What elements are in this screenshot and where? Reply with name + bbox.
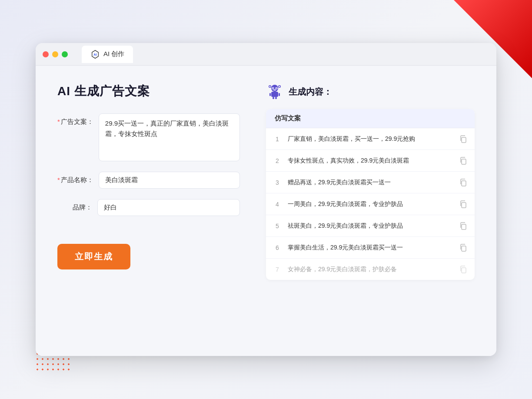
row-number: 1: [273, 136, 282, 143]
required-star-product: *: [57, 176, 60, 183]
row-text: 专抹女性斑点，真实功效，29.9元美白淡斑霜: [288, 156, 453, 165]
product-name-group: *产品名称：: [57, 172, 240, 189]
ad-copy-label: *广告文案：: [57, 113, 93, 126]
minimize-button[interactable]: [52, 51, 58, 57]
svg-rect-13: [269, 93, 271, 96]
copy-icon[interactable]: [459, 135, 468, 143]
svg-rect-19: [462, 181, 466, 186]
svg-rect-18: [462, 159, 466, 164]
result-header: 生成内容：: [266, 83, 475, 100]
traffic-lights: [43, 51, 68, 57]
svg-rect-22: [462, 246, 466, 251]
row-text: 女神必备，29.9元美白淡斑霜，护肤必备: [288, 265, 453, 274]
table-row: 7 女神必备，29.9元美白淡斑霜，护肤必备: [266, 259, 475, 280]
row-text: 赠品再送，29.9元美白淡斑霜买一送一: [288, 178, 453, 187]
svg-text:AI: AI: [93, 53, 96, 57]
close-button[interactable]: [43, 51, 49, 57]
svg-point-15: [269, 86, 271, 87]
table-row: 2 专抹女性斑点，真实功效，29.9元美白淡斑霜: [266, 150, 475, 172]
left-panel: AI 生成广告文案 *广告文案： *产品名称： 品牌： 立: [57, 83, 240, 339]
row-text: 掌握美白生活，29.9元美白淡斑霜买一送一: [288, 243, 453, 252]
page-title: AI 生成广告文案: [57, 83, 240, 100]
table-row: 1 厂家直销，美白淡斑霜，买一送一，29.9元抢购: [266, 128, 475, 150]
row-number: 7: [273, 266, 282, 273]
result-table: 仿写文案 1 厂家直销，美白淡斑霜，买一送一，29.9元抢购 2 专抹女性斑点，…: [266, 109, 475, 280]
ad-copy-input[interactable]: [99, 113, 240, 161]
robot-icon: [266, 83, 283, 100]
generate-button[interactable]: 立即生成: [57, 244, 130, 269]
maximize-button[interactable]: [62, 51, 68, 57]
svg-rect-23: [462, 268, 466, 273]
ai-tab-icon: AI: [90, 50, 100, 59]
copy-icon[interactable]: [459, 156, 468, 165]
svg-rect-21: [462, 224, 466, 229]
copy-icon[interactable]: [459, 243, 468, 252]
table-row: 4 一周美白，29.9元美白淡斑霜，专业护肤品: [266, 193, 475, 215]
svg-rect-17: [462, 137, 466, 143]
svg-rect-11: [273, 97, 274, 99]
ad-copy-group: *广告文案：: [57, 113, 240, 161]
svg-point-7: [276, 88, 277, 89]
row-number: 2: [273, 157, 282, 164]
copy-icon[interactable]: [459, 265, 468, 274]
table-row: 3 赠品再送，29.9元美白淡斑霜买一送一: [266, 172, 475, 193]
svg-rect-12: [275, 97, 277, 99]
title-bar: AI AI 创作: [36, 43, 496, 66]
content-area: AI 生成广告文案 *广告文案： *产品名称： 品牌： 立: [36, 66, 496, 356]
table-row: 5 祛斑美白，29.9元美白淡斑霜，专业护肤品: [266, 215, 475, 237]
svg-point-16: [279, 86, 280, 87]
row-number: 6: [273, 244, 282, 251]
row-text: 厂家直销，美白淡斑霜，买一送一，29.9元抢购: [288, 134, 453, 143]
row-number: 4: [273, 201, 282, 208]
required-star-ad: *: [57, 118, 60, 125]
table-row: 6 掌握美白生活，29.9元美白淡斑霜买一送一: [266, 237, 475, 259]
tab-title-label: AI 创作: [103, 50, 124, 58]
row-text: 祛斑美白，29.9元美白淡斑霜，专业护肤品: [288, 221, 453, 230]
row-text: 一周美白，29.9元美白淡斑霜，专业护肤品: [288, 200, 453, 209]
copy-icon[interactable]: [459, 222, 468, 230]
svg-rect-8: [273, 90, 276, 90]
product-name-label: *产品名称：: [57, 172, 93, 184]
result-title: 生成内容：: [289, 86, 332, 98]
row-number: 5: [273, 223, 282, 229]
ai-creation-tab[interactable]: AI AI 创作: [82, 46, 133, 63]
right-panel: 生成内容： 仿写文案 1 厂家直销，美白淡斑霜，买一送一，29.9元抢购 2 专…: [266, 83, 475, 339]
brand-label: 品牌：: [57, 199, 92, 212]
browser-window: AI AI 创作 AI 生成广告文案 *广告文案： *产品名称：: [36, 43, 496, 356]
copy-icon[interactable]: [459, 200, 468, 209]
brand-input[interactable]: [97, 199, 240, 216]
svg-rect-3: [271, 92, 278, 97]
row-number: 3: [273, 179, 282, 186]
table-header: 仿写文案: [266, 109, 475, 128]
brand-group: 品牌：: [57, 199, 240, 216]
svg-rect-20: [462, 203, 466, 208]
product-name-input[interactable]: [99, 172, 240, 189]
svg-point-6: [273, 88, 273, 89]
svg-rect-14: [279, 93, 280, 96]
copy-icon[interactable]: [459, 178, 468, 187]
